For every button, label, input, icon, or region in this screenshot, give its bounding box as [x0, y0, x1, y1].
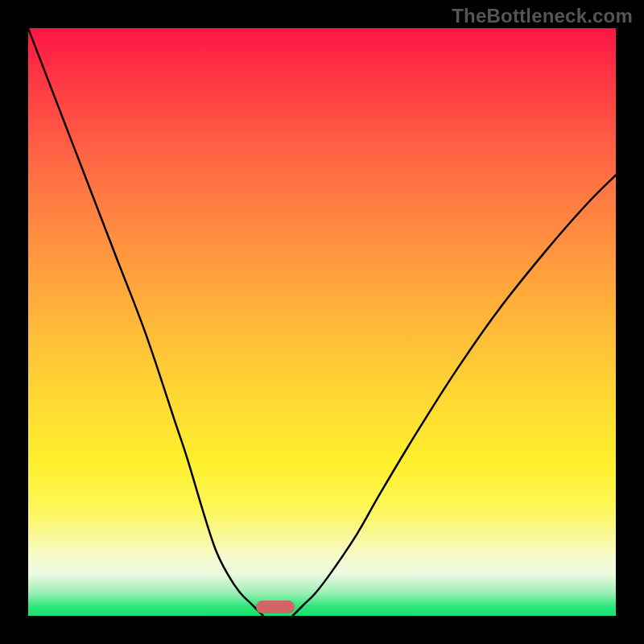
- curve-right-branch: [293, 175, 617, 617]
- curve-layer: [28, 28, 616, 616]
- curve-left-branch: [28, 28, 263, 616]
- chart-frame: TheBottleneck.com: [0, 0, 644, 644]
- watermark-text: TheBottleneck.com: [452, 5, 633, 27]
- minimum-marker: [256, 601, 295, 613]
- plot-area: [28, 28, 616, 616]
